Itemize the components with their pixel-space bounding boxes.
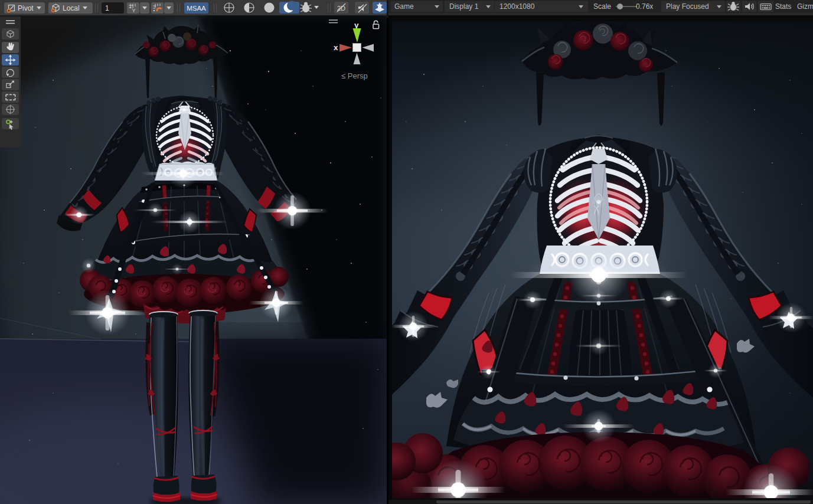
svg-text:y: y	[354, 21, 359, 30]
svg-text:Y: Y	[132, 8, 136, 14]
svg-text:x: x	[334, 43, 338, 52]
